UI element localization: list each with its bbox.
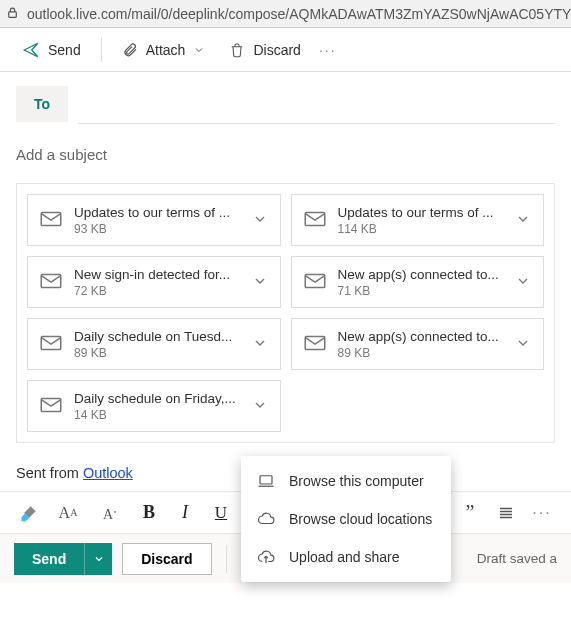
svg-rect-0	[9, 11, 17, 16]
attachment-size: 72 KB	[74, 284, 238, 298]
more-button-top[interactable]: ···	[315, 36, 341, 64]
quote-button[interactable]: ”	[453, 497, 487, 529]
signature-link[interactable]: Outlook	[83, 465, 133, 481]
to-label[interactable]: To	[16, 86, 68, 122]
attachment-options-button[interactable]	[248, 207, 272, 234]
discard-label: Discard	[253, 42, 300, 58]
cloud-icon	[257, 510, 275, 528]
send-split-button: Send	[14, 543, 112, 575]
to-input[interactable]	[78, 86, 555, 124]
envelope-icon	[38, 330, 64, 359]
menu-upload-share[interactable]: Upload and share	[241, 538, 451, 576]
paperclip-icon	[122, 42, 138, 58]
attachment-info: New app(s) connected to...89 KB	[338, 329, 502, 360]
attachment-card[interactable]: New app(s) connected to...89 KB	[291, 318, 545, 370]
send-label: Send	[48, 42, 81, 58]
attachment-options-button[interactable]	[511, 331, 535, 358]
menu-label: Browse cloud locations	[289, 511, 432, 527]
send-button-top[interactable]: Send	[12, 35, 91, 65]
attachment-info: New sign-in detected for...72 KB	[74, 267, 238, 298]
attachment-info: Updates to our terms of ...114 KB	[338, 205, 502, 236]
lock-icon	[6, 6, 19, 22]
discard-button-top[interactable]: Discard	[219, 36, 310, 64]
send-button[interactable]: Send	[14, 543, 84, 575]
attachment-options-button[interactable]	[511, 269, 535, 296]
menu-browse-cloud[interactable]: Browse cloud locations	[241, 500, 451, 538]
attachment-options-button[interactable]	[248, 331, 272, 358]
envelope-icon	[302, 268, 328, 297]
attachment-card[interactable]: Daily schedule on Tuesd...89 KB	[27, 318, 281, 370]
attachment-title: Daily schedule on Tuesd...	[74, 329, 238, 344]
attachment-title: New app(s) connected to...	[338, 329, 502, 344]
attachment-title: New sign-in detected for...	[74, 267, 238, 282]
url-text: outlook.live.com/mail/0/deeplink/compose…	[27, 6, 571, 22]
divider	[101, 38, 102, 62]
highlight-icon	[19, 503, 39, 523]
svg-rect-4	[305, 274, 325, 287]
envelope-icon	[38, 392, 64, 421]
attachment-size: 89 KB	[74, 346, 238, 360]
send-icon	[22, 41, 40, 59]
underline-button[interactable]: U	[204, 497, 238, 529]
to-row: To	[16, 86, 555, 124]
attachment-size: 114 KB	[338, 222, 502, 236]
send-options-button[interactable]	[84, 543, 112, 575]
attachment-card[interactable]: Daily schedule on Friday,...14 KB	[27, 380, 281, 432]
attachment-card[interactable]: Updates to our terms of ...114 KB	[291, 194, 545, 246]
attachment-options-button[interactable]	[511, 207, 535, 234]
subject-input[interactable]	[16, 124, 555, 177]
attachment-card[interactable]: New app(s) connected to...71 KB	[291, 256, 545, 308]
envelope-icon	[302, 206, 328, 235]
attach-menu: Browse this computer Browse cloud locati…	[241, 456, 451, 582]
highlight-button[interactable]	[12, 497, 46, 529]
signature-prefix: Sent from	[16, 465, 83, 481]
menu-label: Browse this computer	[289, 473, 424, 489]
font-increase-button[interactable]: AA	[48, 497, 88, 529]
align-button[interactable]	[489, 497, 523, 529]
divider	[226, 545, 227, 573]
menu-label: Upload and share	[289, 549, 400, 565]
browser-url-bar: outlook.live.com/mail/0/deeplink/compose…	[0, 0, 571, 28]
chevron-down-icon	[93, 553, 105, 565]
attach-button-top[interactable]: Attach	[112, 36, 216, 64]
attachment-title: Daily schedule on Friday,...	[74, 391, 238, 406]
discard-button[interactable]: Discard	[122, 543, 211, 575]
cloud-upload-icon	[257, 548, 275, 566]
attach-label: Attach	[146, 42, 186, 58]
bold-button[interactable]: B	[132, 497, 166, 529]
laptop-icon	[257, 472, 275, 490]
attachment-size: 93 KB	[74, 222, 238, 236]
attachment-card[interactable]: New sign-in detected for...72 KB	[27, 256, 281, 308]
attachment-info: Daily schedule on Friday,...14 KB	[74, 391, 238, 422]
italic-button[interactable]: I	[168, 497, 202, 529]
attachment-size: 71 KB	[338, 284, 502, 298]
attachment-card[interactable]: Updates to our terms of ...93 KB	[27, 194, 281, 246]
envelope-icon	[38, 268, 64, 297]
draft-status: Draft saved a	[477, 551, 557, 566]
svg-rect-1	[41, 212, 61, 225]
attachment-options-button[interactable]	[248, 393, 272, 420]
attachment-title: New app(s) connected to...	[338, 267, 502, 282]
menu-browse-computer[interactable]: Browse this computer	[241, 462, 451, 500]
attachment-options-button[interactable]	[248, 269, 272, 296]
compose-area: To Updates to our terms of ...93 KBUpdat…	[0, 72, 571, 443]
font-decrease-button[interactable]: A˅	[90, 499, 130, 531]
envelope-icon	[302, 330, 328, 359]
trash-icon	[229, 42, 245, 58]
attachment-info: Daily schedule on Tuesd...89 KB	[74, 329, 238, 360]
align-icon	[497, 504, 515, 522]
svg-rect-8	[260, 476, 272, 484]
envelope-icon	[38, 206, 64, 235]
compose-toolbar: Send Attach Discard ···	[0, 28, 571, 72]
attachment-title: Updates to our terms of ...	[74, 205, 238, 220]
svg-rect-7	[41, 398, 61, 411]
attachment-size: 14 KB	[74, 408, 238, 422]
svg-rect-3	[41, 274, 61, 287]
attachment-info: New app(s) connected to...71 KB	[338, 267, 502, 298]
attachment-title: Updates to our terms of ...	[338, 205, 502, 220]
svg-rect-5	[41, 336, 61, 349]
format-more-button[interactable]: ···	[525, 497, 559, 529]
attachment-size: 89 KB	[338, 346, 502, 360]
attachment-info: Updates to our terms of ...93 KB	[74, 205, 238, 236]
ellipsis-icon: ···	[319, 42, 337, 58]
